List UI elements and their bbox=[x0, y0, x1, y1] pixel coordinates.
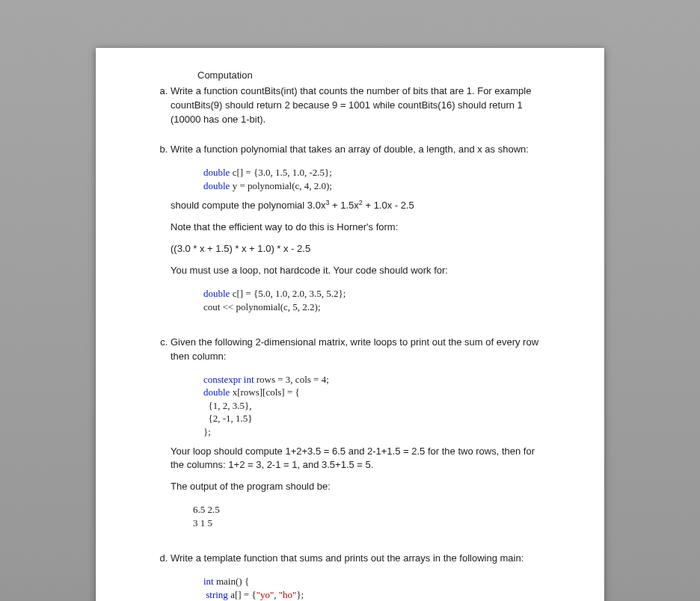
section-header: Computation bbox=[150, 69, 550, 83]
code-text: c[] = {3.0, 1.5, 1.0, -2.5}; bbox=[230, 167, 331, 178]
problem-c-intro: Given the following 2-dimensional matrix… bbox=[171, 336, 550, 364]
poly-text: + 1.5x bbox=[329, 200, 358, 212]
code-text: {1, 2, 3.5}, bbox=[203, 400, 251, 411]
problem-b-code-2: double c[] = {5.0, 1.0, 2.0, 3.5, 5.2}; … bbox=[171, 286, 550, 319]
keyword-double: double bbox=[203, 288, 230, 299]
problem-a-text: Write a function countBits(int) that cou… bbox=[171, 84, 550, 127]
code-text: x[rows][cols] = { bbox=[230, 386, 299, 398]
problem-a: Write a function countBits(int) that cou… bbox=[171, 84, 550, 127]
code-text: y = polynomial(c, 4, 2.0); bbox=[230, 180, 332, 191]
keyword-constexpr-int: constexpr int bbox=[203, 374, 254, 385]
problem-c-output-label: The output of the program should be: bbox=[171, 480, 550, 494]
problem-b: Write a function polynomial that takes a… bbox=[171, 143, 550, 319]
code-text: a[] = { bbox=[228, 589, 257, 600]
problem-c-code: constexpr int rows = 3, cols = 4; double… bbox=[171, 372, 550, 445]
problem-c-explain: Your loop should compute 1+2+3.5 = 6.5 a… bbox=[171, 445, 550, 473]
problem-d-code: int main() { string a[] = {"yo", "ho"}; … bbox=[171, 573, 550, 601]
document-page: Computation Write a function countBits(i… bbox=[96, 48, 604, 601]
problem-list: Write a function countBits(int) that cou… bbox=[150, 84, 550, 601]
code-text: main() { bbox=[214, 576, 249, 587]
code-text: }; bbox=[296, 589, 304, 600]
problem-b-horner-expr: ((3.0 * x + 1.5) * x + 1.0) * x - 2.5 bbox=[171, 242, 550, 256]
keyword-double: double bbox=[203, 180, 230, 191]
problem-b-horner-note: Note that the efficient way to do this i… bbox=[171, 221, 550, 235]
problem-c-output: 6.5 2.5 3 1 5 bbox=[171, 502, 550, 535]
code-text: }; bbox=[203, 426, 211, 437]
problem-b-code-1: double c[] = {3.0, 1.5, 1.0, -2.5}; doub… bbox=[171, 164, 550, 198]
string-literal: "ho" bbox=[279, 589, 297, 600]
problem-b-loop-note: You must use a loop, not hardcode it. Yo… bbox=[171, 264, 550, 278]
poly-text: should compute the polynomial 3.0x bbox=[171, 200, 325, 212]
problem-b-intro: Write a function polynomial that takes a… bbox=[171, 143, 550, 157]
string-literal: "yo" bbox=[257, 589, 274, 600]
code-text: c[] = {5.0, 1.0, 2.0, 3.5, 5.2}; bbox=[230, 288, 346, 299]
keyword-double: double bbox=[203, 386, 230, 398]
problem-c: Given the following 2-dimensional matrix… bbox=[171, 336, 550, 535]
poly-text: + 1.0x - 2.5 bbox=[363, 200, 414, 212]
code-text: {2, -1, 1.5} bbox=[203, 413, 253, 424]
output-line: 3 1 5 bbox=[193, 517, 212, 528]
problem-b-poly: should compute the polynomial 3.0x3 + 1.… bbox=[171, 198, 550, 213]
output-line: 6.5 2.5 bbox=[193, 504, 220, 515]
keyword-string: string bbox=[203, 589, 228, 600]
problem-d-intro: Write a template function that sums and … bbox=[171, 552, 550, 566]
code-text: cout << polynomial(c, 5, 2.2); bbox=[203, 301, 321, 312]
keyword-int: int bbox=[203, 576, 214, 587]
code-text: rows = 3, cols = 4; bbox=[254, 374, 329, 385]
problem-d: Write a template function that sums and … bbox=[171, 552, 550, 601]
keyword-double: double bbox=[203, 167, 230, 178]
